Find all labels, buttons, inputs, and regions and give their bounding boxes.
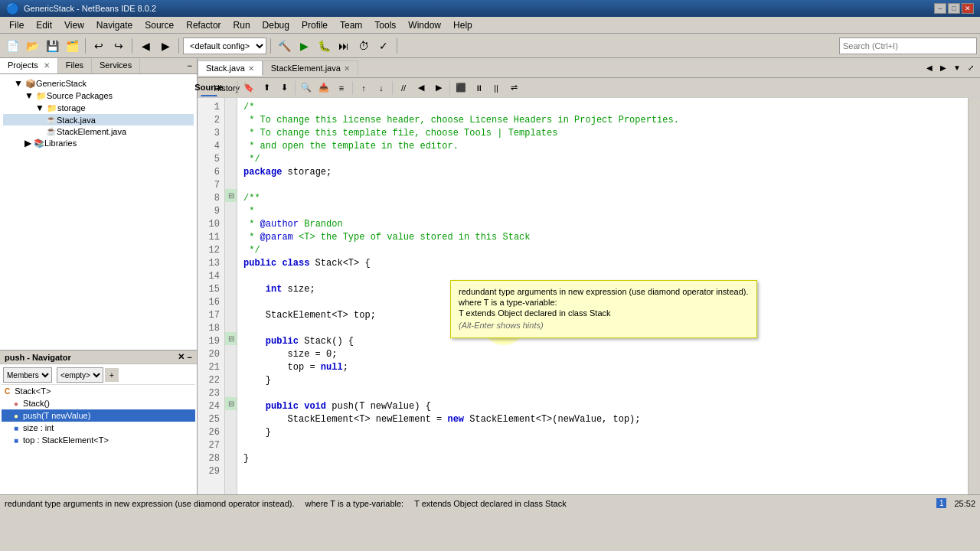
tree-stackelement-java[interactable]: ☕ StackElement.java [3, 126, 194, 137]
fold-19[interactable]: ⊟ [225, 332, 237, 345]
hint-line1: redundant type arguments in new expressi… [459, 287, 749, 296]
open-file-button[interactable]: 📂 [23, 37, 41, 55]
fold-27 [225, 436, 237, 449]
tab-dropdown[interactable]: ▼ [951, 62, 963, 74]
tab-services[interactable]: Services [92, 58, 140, 73]
history-tab-button[interactable]: History [218, 80, 235, 96]
navigator-filter-select[interactable]: <empty> [57, 367, 103, 383]
tab-projects[interactable]: Projects ✕ [0, 58, 58, 73]
nav-item-top[interactable]: ■ top : StackElement<T> [2, 434, 195, 446]
fold-6 [225, 163, 237, 176]
line-num-14: 14 [201, 270, 220, 283]
nav-item-push[interactable]: ● push(T newValue) [2, 409, 195, 422]
nav-method-icon1: ● [14, 399, 18, 408]
nav-method-icon2: ● [14, 412, 18, 420]
tree-genericstack[interactable]: ▼ 📦 GenericStack [3, 77, 194, 90]
save-button[interactable]: 💾 [43, 37, 61, 55]
tree-java-icon: ☕ [46, 115, 57, 125]
build-button[interactable]: 🔨 [275, 37, 293, 55]
menu-view[interactable]: View [58, 18, 90, 32]
toolbar-sep5 [397, 38, 397, 54]
test-button[interactable]: ✓ [374, 37, 393, 55]
toggle-comment[interactable]: // [395, 80, 412, 96]
prev-bookmark[interactable]: ⬆ [258, 80, 275, 96]
redo-button[interactable]: ↪ [109, 37, 128, 55]
menu-profile[interactable]: Profile [296, 18, 334, 32]
menu-run[interactable]: Run [227, 18, 256, 32]
editor-tab-stack-close[interactable]: ✕ [248, 64, 254, 73]
new-file-button[interactable]: 📄 [3, 37, 21, 55]
tab-navigation: ◀ ▶ ▼ ⤢ [923, 62, 980, 74]
menu-team[interactable]: Team [334, 18, 368, 32]
menu-refactor[interactable]: Refactor [180, 18, 227, 32]
back-button[interactable]: ◀ [136, 37, 155, 55]
fold-8[interactable]: ⊟ [225, 189, 237, 202]
run-button[interactable]: ▶ [295, 37, 313, 55]
editor-tab-stackelement[interactable]: StackElement.java ✕ [263, 60, 358, 75]
toggle-bookmark[interactable]: 🔖 [240, 80, 257, 96]
close-button[interactable]: ✕ [962, 3, 974, 14]
tab-scroll-right[interactable]: ▶ [937, 62, 949, 74]
tab-scroll-left[interactable]: ◀ [923, 62, 936, 74]
line-num-26: 26 [201, 426, 220, 439]
nav-field-icon1: ■ [14, 424, 18, 432]
navigator-title: push - Navigator [5, 353, 71, 362]
next-bookmark[interactable]: ⬇ [276, 80, 292, 96]
tree-libraries[interactable]: ▶ 📚 Libraries [3, 137, 194, 149]
tree-source-packages[interactable]: ▼ 📁 Source Packages [3, 90, 194, 102]
shift-left[interactable]: ◀ [413, 80, 430, 96]
pause-button[interactable]: ⏸ [470, 80, 487, 96]
nav-item-size[interactable]: ■ size : int [2, 422, 195, 434]
toolbar-sep4 [270, 38, 271, 54]
navigator-members-select[interactable]: Members [3, 367, 52, 383]
fold-24[interactable]: ⊟ [225, 397, 237, 410]
main-toolbar: 📄 📂 💾 🗂️ ↩ ↪ ◀ ▶ <default config> 🔨 ▶ 🐛 … [0, 34, 980, 58]
undo-button[interactable]: ↩ [90, 37, 108, 55]
step-button[interactable]: ⏭ [335, 37, 353, 55]
prev-error[interactable]: ↑ [355, 80, 372, 96]
maximize-button[interactable]: □ [948, 3, 960, 14]
nav-item-stack-constructor[interactable]: ● Stack() [2, 397, 195, 409]
editor-tab-stack[interactable]: Stack.java ✕ [198, 60, 263, 76]
nav-stack-constructor-label: Stack() [23, 399, 50, 408]
menu-tools[interactable]: Tools [368, 18, 402, 32]
menu-navigate[interactable]: Navigate [90, 18, 139, 32]
fold-5 [225, 150, 237, 163]
column-mode[interactable]: || [488, 80, 505, 96]
menu-source[interactable]: Source [139, 18, 180, 32]
profile-button[interactable]: ⏱ [354, 37, 373, 55]
menu-debug[interactable]: Debug [256, 18, 296, 32]
tree-stack-java[interactable]: ☕ Stack.java [3, 114, 194, 126]
fix-indent[interactable]: ≡ [333, 80, 350, 96]
search-input[interactable] [839, 37, 977, 54]
shift-right[interactable]: ▶ [430, 80, 447, 96]
next-error[interactable]: ↓ [373, 80, 390, 96]
forward-button[interactable]: ▶ [156, 37, 175, 55]
find-button[interactable]: 🔍 [298, 80, 315, 96]
tree-storage[interactable]: ▼ 📁 storage [3, 102, 194, 114]
code-editor[interactable]: 1 2 3 4 5 6 7 8 9 10 11 12 13 14 15 16 1… [198, 98, 980, 494]
tab-files[interactable]: Files [58, 58, 92, 73]
tab-projects-close[interactable]: ✕ [44, 61, 50, 70]
menu-help[interactable]: Help [447, 18, 479, 32]
save-all-button[interactable]: 🗂️ [63, 37, 81, 55]
tab-maximize[interactable]: ⤢ [965, 62, 977, 74]
navigator-collapse[interactable]: − [188, 353, 192, 362]
editor-tab-stackelement-close[interactable]: ✕ [344, 64, 350, 73]
navigator-add-button[interactable]: + [105, 368, 119, 382]
diff-button[interactable]: ⇌ [505, 80, 522, 96]
nav-item-stackt[interactable]: C Stack<T> [2, 385, 195, 397]
stop-button[interactable]: ⬛ [452, 80, 469, 96]
navigator-close[interactable]: ✕ [178, 352, 185, 362]
menu-file[interactable]: File [3, 18, 30, 32]
config-select[interactable]: <default config> [183, 37, 266, 54]
debug-button[interactable]: 🐛 [315, 37, 333, 55]
minimize-button[interactable]: − [934, 3, 946, 14]
panel-collapse-button[interactable]: − [182, 58, 197, 73]
menu-edit[interactable]: Edit [30, 18, 58, 32]
line-num-4: 4 [201, 140, 220, 153]
vertical-scrollbar[interactable] [968, 98, 980, 494]
navigator-panel: push - Navigator ✕ − Members <empty> + C… [0, 350, 197, 494]
fix-imports[interactable]: 📥 [315, 80, 332, 96]
menu-window[interactable]: Window [402, 18, 447, 32]
